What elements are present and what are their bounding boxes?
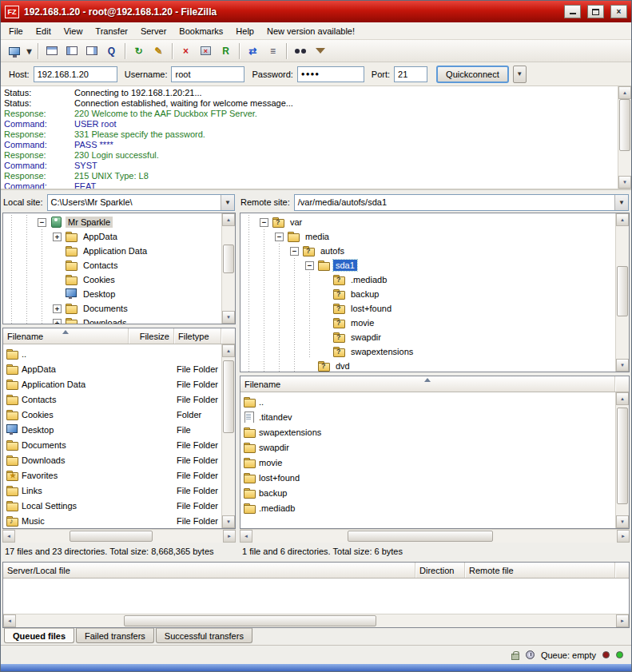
scroll-left-arrow[interactable]: ◄ <box>240 530 252 543</box>
scroll-down-arrow[interactable]: ▼ <box>222 515 235 528</box>
scroll-track[interactable] <box>618 99 631 176</box>
scroll-up-arrow[interactable]: ▲ <box>618 86 631 99</box>
scroll-right-arrow[interactable]: ► <box>616 614 629 627</box>
scroll-up-arrow[interactable]: ▲ <box>222 344 235 357</box>
file-row-[interactable]: .. <box>240 394 615 409</box>
remote-tree-toggle-button[interactable] <box>81 42 101 60</box>
scroll-track[interactable] <box>222 226 235 311</box>
file-row-downloads[interactable]: DownloadsFile Folder <box>3 452 221 467</box>
close-button[interactable]: × <box>610 5 627 18</box>
column-header-filename[interactable]: Filename <box>240 376 615 392</box>
file-row-music[interactable]: ♪MusicFile Folder <box>3 513 221 528</box>
password-input[interactable] <box>297 66 364 82</box>
tree-item-media[interactable]: −media <box>241 229 614 244</box>
file-row-[interactable]: .. <box>3 346 221 361</box>
quickconnect-button[interactable]: Quickconnect <box>436 66 509 83</box>
filter-button[interactable] <box>310 42 330 60</box>
tree-item-swapdir[interactable]: ?swapdir <box>241 330 614 344</box>
chevron-down-icon[interactable]: ▼ <box>614 195 628 210</box>
tree-item-contacts[interactable]: Contacts <box>4 258 221 272</box>
remote-list-scrollbar[interactable]: ▲▼ <box>615 392 629 528</box>
menu-item-server[interactable]: Server <box>134 24 173 38</box>
menu-item-view[interactable]: View <box>58 24 89 38</box>
file-row-links[interactable]: LinksFile Folder <box>3 483 221 498</box>
remote-tree-scrollbar[interactable]: ▲▼ <box>615 213 629 372</box>
tree-item-cookies[interactable]: Cookies <box>4 272 221 287</box>
tree-item-application-data[interactable]: Application Data <box>4 244 221 258</box>
scroll-track[interactable] <box>616 226 629 359</box>
reconnect-button[interactable]: R <box>216 42 236 60</box>
scroll-up-arrow[interactable]: ▲ <box>616 213 629 226</box>
tree-item-appdata[interactable]: +AppData <box>4 229 221 244</box>
scroll-track[interactable] <box>16 614 616 627</box>
cancel-button[interactable]: × <box>176 42 196 60</box>
local-hscrollbar[interactable]: ◄► <box>2 529 236 543</box>
scroll-thumb[interactable] <box>348 531 493 542</box>
expander-plus-icon[interactable]: + <box>50 304 65 313</box>
tree-item-lost-found[interactable]: ?lost+found <box>241 301 614 316</box>
file-row-local-settings[interactable]: Local SettingsFile Folder <box>3 498 221 513</box>
local-tree-scrollbar[interactable]: ▲▼ <box>221 213 235 324</box>
scroll-thumb[interactable] <box>617 266 628 316</box>
local-path-combo[interactable]: C:\Users\Mr Sparkle\ ▼ <box>47 194 235 211</box>
title-bar[interactable]: FZ 192.168.1.20 - root@192.168.1.20 - Fi… <box>1 1 631 22</box>
port-input[interactable] <box>394 66 427 82</box>
tree-item-sda1[interactable]: −sda1 <box>241 258 614 272</box>
local-list-scrollbar[interactable]: ▲▼ <box>221 344 235 528</box>
column-header-filename[interactable]: Filename <box>3 328 129 344</box>
file-row-contacts[interactable]: ContactsFile Folder <box>3 392 221 407</box>
find-files-button[interactable] <box>290 42 310 60</box>
file-row-documents[interactable]: DocumentsFile Folder <box>3 437 221 452</box>
scroll-right-arrow[interactable]: ► <box>617 530 630 543</box>
tree-item-downloads[interactable]: +Downloads <box>4 316 221 324</box>
file-row-appdata[interactable]: AppDataFile Folder <box>3 361 221 376</box>
expander-minus-icon[interactable]: − <box>34 218 50 227</box>
encryption-status-icon[interactable] <box>511 654 519 660</box>
expander-minus-icon[interactable]: − <box>287 247 302 256</box>
column-header-filesize[interactable]: Filesize <box>129 328 174 344</box>
scroll-down-arrow[interactable]: ▼ <box>616 359 629 372</box>
tree-item-documents[interactable]: +Documents <box>4 301 221 316</box>
queue-view-toggle-button[interactable]: Q <box>101 42 121 60</box>
column-header-filetype[interactable]: Filetype <box>174 328 221 344</box>
scroll-thumb[interactable] <box>619 99 630 151</box>
tree-item-backup[interactable]: ?backup <box>241 287 614 301</box>
remote-path-combo[interactable]: /var/media/autofs/sda1 ▼ <box>294 194 629 211</box>
log-vertical-scrollbar[interactable]: ▲▼ <box>618 86 631 189</box>
tree-item-desktop[interactable]: Desktop <box>4 287 221 301</box>
tree-item-var[interactable]: −?var <box>241 215 614 229</box>
scroll-down-arrow[interactable]: ▼ <box>616 515 629 528</box>
disconnect-button[interactable]: × <box>196 42 216 60</box>
local-tree-toggle-button[interactable] <box>62 42 81 60</box>
menu-item-transfer[interactable]: Transfer <box>89 24 134 38</box>
expander-plus-icon[interactable]: + <box>50 233 65 241</box>
expander-minus-icon[interactable]: − <box>272 233 287 241</box>
expander-minus-icon[interactable]: − <box>256 218 272 227</box>
site-manager-dropdown[interactable]: ▾ <box>24 42 34 60</box>
tab-successful-transfers[interactable]: Successful transfers <box>156 628 252 643</box>
refresh-button[interactable]: ↻ <box>129 42 149 60</box>
minimize-button[interactable] <box>564 5 581 18</box>
quickconnect-dropdown[interactable]: ▼ <box>513 66 527 83</box>
expander-plus-icon[interactable]: + <box>50 319 65 325</box>
remote-hscrollbar[interactable]: ◄► <box>240 529 630 543</box>
scroll-down-arrow[interactable]: ▼ <box>618 176 631 189</box>
menu-item-edit[interactable]: Edit <box>30 24 58 38</box>
scroll-up-arrow[interactable]: ▲ <box>616 392 629 405</box>
menu-item-new-version-available[interactable]: New version available! <box>260 24 361 38</box>
scroll-track[interactable] <box>15 530 223 543</box>
menu-item-bookmarks[interactable]: Bookmarks <box>173 24 229 38</box>
scroll-track[interactable] <box>252 530 617 543</box>
column-header-direction[interactable]: Direction <box>415 563 465 578</box>
speed-limit-icon[interactable] <box>526 650 535 659</box>
file-row-backup[interactable]: backup <box>240 485 615 500</box>
file-row-cookies[interactable]: CookiesFolder <box>3 407 221 422</box>
scroll-thumb[interactable] <box>223 245 234 273</box>
file-row-desktop[interactable]: DesktopFile <box>3 422 221 437</box>
menu-item-help[interactable]: Help <box>229 24 260 38</box>
host-input[interactable] <box>34 66 117 82</box>
tree-item-autofs[interactable]: −?autofs <box>241 244 614 258</box>
expander-minus-icon[interactable]: − <box>302 261 317 270</box>
process-queue-button[interactable]: ✎ <box>149 42 169 60</box>
sync-browsing-toggle-button[interactable]: ⇄ <box>243 42 263 60</box>
